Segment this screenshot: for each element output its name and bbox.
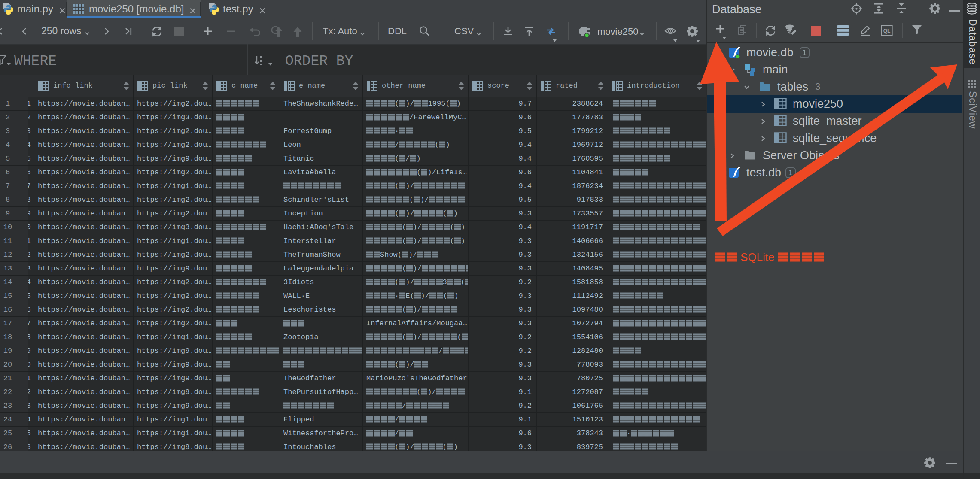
svg-text:QL: QL (883, 28, 891, 34)
